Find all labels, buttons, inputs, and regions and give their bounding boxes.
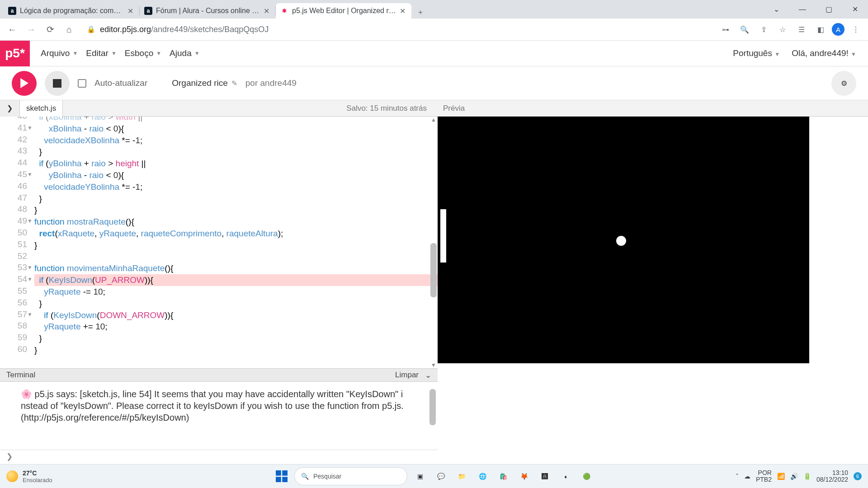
chevron-down-icon: ▼ <box>111 50 117 56</box>
url-host: editor.p5js.org <box>100 25 151 34</box>
tab-title: p5.js Web Editor | Organized rice <box>292 7 396 15</box>
stop-button[interactable] <box>45 71 70 96</box>
share-icon[interactable]: ⇪ <box>756 22 771 37</box>
scroll-down-icon[interactable]: ▼ <box>430 362 437 368</box>
reload-icon[interactable]: ⟳ <box>42 22 58 37</box>
new-tab-button[interactable]: ＋ <box>414 6 427 19</box>
weather-condition: Ensolarado <box>23 477 52 483</box>
tab-title: Fórum | Alura - Cursos online de <box>156 7 260 15</box>
p5-logo[interactable]: p5* <box>0 41 30 66</box>
svg-rect-0 <box>276 470 281 476</box>
close-icon[interactable]: ✕ <box>127 7 135 15</box>
scroll-up-icon[interactable]: ▲ <box>430 117 437 123</box>
menu-editar[interactable]: Editar▼ <box>86 48 117 58</box>
task-view-icon[interactable]: ▣ <box>412 468 428 484</box>
back-icon[interactable]: ← <box>5 22 20 37</box>
browser-tab[interactable]: a Lógica de programação: comece ✕ <box>4 3 139 19</box>
onedrive-icon[interactable]: ☁ <box>744 473 750 480</box>
editor-scrollbar[interactable]: ▲ ▼ <box>430 117 437 368</box>
explorer-icon[interactable]: 📁 <box>453 468 470 484</box>
expand-files-button[interactable]: ❯ <box>0 100 20 117</box>
stop-icon <box>53 79 61 88</box>
line-gutter: 4041▼42434445▼46474849▼50515253▼54▼55565… <box>0 117 32 368</box>
svg-rect-3 <box>282 477 288 482</box>
browser-tab[interactable]: a Fórum | Alura - Cursos online de ✕ <box>140 3 275 19</box>
menu-icon[interactable]: ⋮ <box>848 22 863 37</box>
bookmark-icon[interactable]: ☆ <box>775 22 790 37</box>
taskbar-center: 🔍Pesquisar ▣ 💬 📁 🌐 🛍️ 🦊 🅰 ⬧ 🟢 <box>274 467 594 485</box>
reading-list-icon[interactable]: ☰ <box>794 22 809 37</box>
p5-header: p5* Arquivo▼ Editar▼ Esboço▼ Ajuda▼ Port… <box>0 41 868 66</box>
terminal-header: Terminal Limpar ⌄ <box>0 368 438 382</box>
system-tray: ˄ ☁ PORPTB2 📶 🔊 🔋 13:1008/12/2022 6 <box>736 469 862 483</box>
profile-avatar[interactable]: A <box>832 23 844 36</box>
sun-icon <box>6 470 18 482</box>
user-greeting[interactable]: Olá, andre449! ▼ <box>792 48 856 58</box>
auto-refresh-checkbox[interactable] <box>78 79 86 88</box>
forward-icon[interactable]: → <box>24 22 39 37</box>
browser-address-bar: ← → ⟳ ⌂ 🔒 editor.p5js.org/andre449/sketc… <box>0 19 868 41</box>
edge-icon[interactable]: 🌐 <box>474 468 491 484</box>
console-prompt[interactable]: ❯ <box>0 450 438 463</box>
svg-rect-1 <box>282 470 288 476</box>
code-body[interactable]: if (xBolinha + raio > width || xBolinha … <box>32 117 438 368</box>
scroll-thumb[interactable] <box>430 243 437 297</box>
favicon-alura: a <box>8 7 16 15</box>
language-indicator[interactable]: PORPTB2 <box>756 469 772 483</box>
dropbox-icon[interactable]: ⬧ <box>557 468 574 484</box>
close-icon[interactable]: ✕ <box>264 7 271 15</box>
auto-refresh-label: Auto-atualizar <box>94 78 147 88</box>
collapse-icon[interactable]: ⌄ <box>425 371 431 380</box>
chrome-icon[interactable]: 🟢 <box>578 468 594 484</box>
svg-rect-2 <box>276 477 281 482</box>
menu-ajuda[interactable]: Ajuda▼ <box>170 48 200 58</box>
scroll-thumb[interactable] <box>429 389 436 425</box>
battery-icon[interactable]: 🔋 <box>803 473 811 480</box>
sketch-canvas[interactable] <box>438 117 809 363</box>
volume-icon[interactable]: 🔊 <box>790 473 798 480</box>
edit-icon[interactable]: ✎ <box>231 79 237 88</box>
maximize-icon[interactable]: ▢ <box>816 0 842 19</box>
chat-icon[interactable]: 💬 <box>433 468 449 484</box>
store-icon[interactable]: 🛍️ <box>495 468 511 484</box>
settings-button[interactable]: ⚙ <box>831 71 856 96</box>
zoom-icon[interactable]: 🔍 <box>737 22 752 37</box>
close-window-icon[interactable]: ✕ <box>842 0 868 19</box>
clock[interactable]: 13:1008/12/2022 <box>816 469 848 483</box>
minimize-icon[interactable]: — <box>789 0 816 19</box>
notification-badge[interactable]: 6 <box>854 472 862 480</box>
console-output[interactable]: 🌸 p5.js says: [sketch.js, line 54] It se… <box>0 382 438 450</box>
taskbar-search[interactable]: 🔍Pesquisar <box>294 467 407 485</box>
language-selector[interactable]: Português ▼ <box>733 48 780 58</box>
console-scrollbar[interactable] <box>429 385 436 434</box>
clear-button[interactable]: Limpar <box>395 371 419 380</box>
project-name[interactable]: Organized rice✎ <box>172 78 237 88</box>
code-editor[interactable]: 4041▼42434445▼46474849▼50515253▼54▼55565… <box>0 117 438 368</box>
menu-arquivo[interactable]: Arquivo▼ <box>41 48 78 58</box>
browser-tab-active[interactable]: ✱ p5.js Web Editor | Organized rice ✕ <box>276 3 411 19</box>
firefox-icon[interactable]: 🦊 <box>516 468 532 484</box>
paddle <box>440 209 446 263</box>
menu-esboco[interactable]: Esboço▼ <box>125 48 161 58</box>
lock-icon: 🔒 <box>87 25 95 33</box>
window-controls: ⌄ — ▢ ✕ <box>763 0 868 19</box>
tray-chevron-icon[interactable]: ˄ <box>736 473 739 480</box>
file-name-tab[interactable]: sketch.js <box>20 100 63 117</box>
tab-search-icon[interactable]: ⌄ <box>763 0 789 19</box>
close-icon[interactable]: ✕ <box>400 7 407 15</box>
password-icon[interactable]: ⊶ <box>718 22 733 37</box>
amazon-icon[interactable]: 🅰 <box>537 468 553 484</box>
main-split: 4041▼42434445▼46474849▼50515253▼54▼55565… <box>0 117 868 368</box>
preview-label: Prévia <box>438 104 868 113</box>
url-input[interactable]: 🔒 editor.p5js.org/andre449/sketches/Baqp… <box>80 21 714 38</box>
wifi-icon[interactable]: 📶 <box>777 473 785 480</box>
play-button[interactable] <box>12 71 37 96</box>
weather-widget[interactable]: 27°C Ensolarado <box>6 469 52 483</box>
browser-tabstrip: a Lógica de programação: comece ✕ a Fóru… <box>0 0 868 19</box>
preview-panel <box>438 117 868 368</box>
sketch-toolbar: Auto-atualizar Organized rice✎ por andre… <box>0 66 868 100</box>
file-tab-row: ❯ sketch.js Salvo: 15 minutos atrás Prév… <box>0 100 868 117</box>
start-button[interactable] <box>274 468 290 484</box>
home-icon[interactable]: ⌂ <box>61 22 77 37</box>
sidepanel-icon[interactable]: ◧ <box>813 22 828 37</box>
